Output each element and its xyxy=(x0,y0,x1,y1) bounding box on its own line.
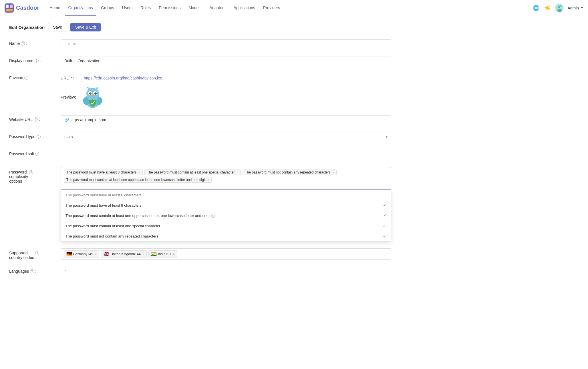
website-url-control xyxy=(61,115,391,124)
nav-item-organizations[interactable]: Organizations xyxy=(65,0,96,16)
password-tag-0-close[interactable]: × xyxy=(138,171,140,174)
favicon-preview-label: Preview: xyxy=(61,95,78,99)
globe-icon[interactable]: 🌐 xyxy=(532,4,540,12)
favicon-row: Favicon ? : URL ? : Preview: xyxy=(9,74,391,109)
password-type-help-icon[interactable]: ? xyxy=(37,135,41,139)
favicon-preview-row: Preview: xyxy=(61,86,391,109)
nav-item-permissions[interactable]: Permissions xyxy=(155,0,184,16)
sun-icon[interactable]: ☀️ xyxy=(543,4,551,12)
dropdown-check-2-icon: ✓ xyxy=(383,213,386,218)
logo-text: Casdoor xyxy=(16,5,39,11)
country-codes-control: 🇩🇪 Germany+49 × 🇬🇧 United Kingdom+44 × 🇮… xyxy=(61,248,391,260)
svg-point-14 xyxy=(90,93,91,93)
languages-control: × xyxy=(61,267,391,274)
nav-item-groups[interactable]: Groups xyxy=(98,0,118,16)
languages-input[interactable]: × xyxy=(61,267,391,274)
page-title: Edit Organization xyxy=(9,25,45,30)
password-complexity-help-icon[interactable]: ? xyxy=(29,170,33,174)
dropdown-item-uppercase[interactable]: The password must contain at least one u… xyxy=(61,210,391,221)
website-url-help-icon[interactable]: ? xyxy=(34,117,38,121)
password-tag-3: The password must contain at least one u… xyxy=(64,177,212,183)
svg-rect-1 xyxy=(6,5,9,8)
dropdown-arrow-icon: ▼ xyxy=(581,6,583,9)
avatar[interactable] xyxy=(555,3,564,13)
password-complexity-input[interactable]: The password must have at least 8 charac… xyxy=(61,167,391,190)
save-button[interactable]: Save xyxy=(48,23,67,31)
display-name-input[interactable] xyxy=(61,57,391,65)
country-codes-row: Supportedcountry codes ? : 🇩🇪 Germany+49… xyxy=(9,248,391,260)
favicon-help-icon[interactable]: ? xyxy=(24,76,28,80)
display-name-label: Display name ? : xyxy=(9,57,61,63)
password-tag-2: The password must not contain any repeat… xyxy=(243,169,337,175)
nav-item-applications[interactable]: Applications xyxy=(230,0,259,16)
favicon-control: URL ? : Preview: xyxy=(61,74,391,109)
dropdown-item-8chars[interactable]: The password must have at least 8 charac… xyxy=(61,200,391,210)
languages-help-icon[interactable]: ? xyxy=(30,269,34,273)
casdoor-mascot-icon xyxy=(83,86,103,109)
display-name-help-icon[interactable]: ? xyxy=(35,59,39,63)
password-type-control: plain md5 bcrypt ▼ xyxy=(61,133,391,141)
password-salt-row: Password salt ? : xyxy=(9,150,391,160)
save-exit-button[interactable]: Save & Exit xyxy=(70,23,101,31)
favicon-label: Favicon ? : xyxy=(9,74,61,80)
country-tag-uk-close[interactable]: × xyxy=(142,252,144,256)
name-control xyxy=(61,39,391,48)
password-salt-control xyxy=(61,150,391,158)
country-codes-help-icon[interactable]: ? xyxy=(35,251,39,255)
india-flag-icon: 🇮🇳 xyxy=(151,251,157,257)
password-tag-1: The password must contain at least one s… xyxy=(144,169,241,175)
name-row: Name ? : xyxy=(9,39,391,50)
casdoor-logo-icon xyxy=(5,3,14,13)
nav-item-users[interactable]: Users xyxy=(119,0,136,16)
nav-item-adapters[interactable]: Adapters xyxy=(206,0,229,16)
password-complexity-row: Passwordcomplexityoptions ? : The passwo… xyxy=(9,167,391,242)
country-tag-germany-close[interactable]: × xyxy=(95,252,97,256)
dropdown-check-4-icon: ✓ xyxy=(383,234,386,238)
nav-item-providers[interactable]: Providers xyxy=(260,0,283,16)
password-tag-2-close[interactable]: × xyxy=(332,171,334,174)
country-tag-uk: 🇬🇧 United Kingdom+44 × xyxy=(101,250,147,258)
nav-item-more[interactable]: ··· xyxy=(285,0,295,16)
password-salt-label: Password salt ? : xyxy=(9,150,61,156)
nav-item-models[interactable]: Models xyxy=(185,0,205,16)
favicon-url-input[interactable] xyxy=(80,74,391,82)
dropdown-item-special[interactable]: The password must contain at least one s… xyxy=(61,221,391,231)
password-salt-input[interactable] xyxy=(61,150,391,158)
website-url-input[interactable] xyxy=(61,115,391,124)
uk-flag-icon: 🇬🇧 xyxy=(104,251,109,257)
country-tag-india-close[interactable]: × xyxy=(173,252,175,256)
avatar-icon xyxy=(555,4,563,12)
language-tag-close[interactable]: × xyxy=(64,269,66,272)
nav-menu: Home Organizations Groups Users Roles Pe… xyxy=(46,0,532,16)
password-tag-1-close[interactable]: × xyxy=(236,171,238,174)
country-tag-india: 🇮🇳 India+91 × xyxy=(148,250,177,258)
logo[interactable]: Casdoor xyxy=(5,3,39,13)
nav-item-roles[interactable]: Roles xyxy=(137,0,154,16)
password-complexity-label: Passwordcomplexityoptions ? : xyxy=(9,167,61,183)
password-tags-row-2: The password must contain at least one u… xyxy=(64,177,388,183)
country-codes-input[interactable]: 🇩🇪 Germany+49 × 🇬🇧 United Kingdom+44 × 🇮… xyxy=(61,248,391,260)
germany-flag-icon: 🇩🇪 xyxy=(66,251,72,257)
password-salt-help-icon[interactable]: ? xyxy=(35,152,39,156)
password-tag-0: The password must have at least 8 charac… xyxy=(64,169,143,175)
nav-item-home[interactable]: Home xyxy=(46,0,63,16)
name-input[interactable] xyxy=(61,39,391,48)
password-tag-3-close[interactable]: × xyxy=(207,178,209,181)
password-type-select[interactable]: plain md5 bcrypt xyxy=(61,133,391,141)
dropdown-check-1-icon: ✓ xyxy=(383,203,386,208)
admin-user[interactable]: Admin ▼ xyxy=(567,6,583,10)
svg-point-16 xyxy=(91,95,94,97)
dropdown-item-repeated[interactable]: The password must not contain any repeat… xyxy=(61,231,391,241)
country-tag-germany: 🇩🇪 Germany+49 × xyxy=(64,250,99,258)
name-help-icon[interactable]: ? xyxy=(21,41,25,45)
website-url-label: Website URL ? : xyxy=(9,115,61,122)
name-label: Name ? : xyxy=(9,39,61,46)
admin-label: Admin xyxy=(567,6,579,10)
password-tags-row: The password must have at least 8 charac… xyxy=(64,169,388,175)
password-type-label: Password type ? : xyxy=(9,133,61,139)
favicon-url-help-icon[interactable]: ? xyxy=(70,76,72,80)
svg-rect-2 xyxy=(10,5,13,8)
svg-point-6 xyxy=(557,9,562,12)
page-content: Edit Organization Save Save & Exit Name … xyxy=(0,16,400,291)
dropdown-item-6chars[interactable]: The password must have at least 6 charac… xyxy=(61,190,391,200)
